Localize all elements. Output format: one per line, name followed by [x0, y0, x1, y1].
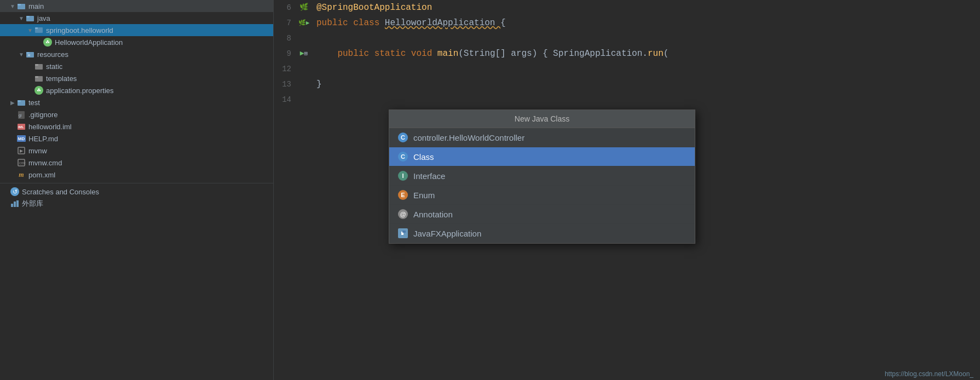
folder-icon [34, 61, 44, 71]
code-line-7: 7 🌿▶ public class HelloworldApplication … [274, 15, 980, 31]
separator [0, 183, 273, 183]
sidebar-label-scratches: Scratches and Consoles [22, 188, 99, 196]
run-icon-line9[interactable]: ▶ [300, 46, 304, 61]
new-java-class-popup: New Java Class C controller.HelloWorldCo… [389, 110, 695, 244]
sidebar-label-templates: templates [46, 74, 77, 83]
sidebar-label-application-properties: application.properties [46, 87, 114, 95]
bean-run-icon[interactable]: 🌿 [299, 0, 308, 15]
code-line-14: 14 [274, 92, 980, 107]
sidebar-item-extlib[interactable]: 外部库 [0, 198, 273, 210]
line-gutter-9: ▶ ⊞ [296, 46, 312, 61]
popup-item-annotation[interactable]: @ Annotation [389, 205, 695, 224]
keyword-public: public [316, 18, 353, 28]
spacer [26, 87, 34, 94]
spacer [2, 188, 10, 195]
popup-i-icon: I [398, 171, 408, 181]
sidebar-label-static: static [46, 62, 62, 71]
popup-item-enum[interactable]: E Enum [389, 186, 695, 205]
gitignore-icon: gi [16, 110, 26, 119]
sidebar-item-templates[interactable]: templates [0, 72, 273, 84]
sidebar-label-resources: resources [37, 50, 68, 59]
popup-item-javafx[interactable]: JavaFXApplication [389, 224, 695, 243]
scratches-icon: ↺ [10, 187, 20, 197]
popup-at-icon: @ [398, 209, 408, 219]
popup-item-class[interactable]: C Class [389, 147, 695, 166]
sidebar-item-static[interactable]: static [0, 60, 273, 72]
sidebar-item-application-properties[interactable]: ☘ application.properties [0, 84, 273, 96]
spacer [26, 62, 34, 70]
sidebar-item-java[interactable]: java [0, 12, 273, 24]
svg-rect-24 [14, 201, 16, 207]
sidebar-item-mvnw[interactable]: ▶ mvnw [0, 145, 273, 157]
sidebar-label-springboot-helloworld: springboot.helloworld [46, 26, 113, 34]
resources-folder-icon: R [25, 49, 35, 59]
svg-rect-1 [18, 4, 21, 5]
sidebar-item-resources[interactable]: R resources [0, 48, 273, 60]
sidebar-item-main[interactable]: main [0, 0, 273, 12]
sidebar-label-mvnw: mvnw [28, 147, 47, 155]
popup-fx-icon [398, 228, 408, 238]
keyword-class: class [353, 18, 385, 28]
svg-rect-10 [35, 64, 38, 66]
line-code-13: } [312, 77, 322, 92]
editor-area: 6 🌿 @SpringBootApplication 7 🌿▶ public c… [274, 0, 980, 380]
sidebar-item-pom-xml[interactable]: m pom.xml [0, 169, 273, 181]
sidebar-item-gitignore[interactable]: gi .gitignore [0, 108, 273, 120]
sidebar-item-test[interactable]: test [0, 96, 273, 108]
spacer [9, 123, 16, 130]
sidebar-item-helloworld-iml[interactable]: IML helloworld.iml [0, 120, 273, 133]
line-number-8: 8 [274, 31, 296, 46]
line-code-7: public class HelloworldApplication { [312, 15, 506, 31]
folder-icon [16, 1, 26, 11]
sidebar-item-springboot-helloworld[interactable]: springboot.helloworld [0, 24, 273, 36]
popup-item-interface[interactable]: I Interface [389, 166, 695, 186]
popup-item-label-annotation: Annotation [413, 210, 453, 219]
popup-title: New Java Class [389, 110, 695, 128]
spacer [9, 159, 16, 166]
sidebar-item-helloworld-application[interactable]: ☘ HelloworldApplication [0, 36, 273, 48]
svg-rect-3 [26, 16, 30, 18]
brace-close: } [316, 79, 322, 89]
iml-icon: IML [16, 122, 26, 131]
brace-open-2: ( [664, 49, 669, 59]
arrow-icon [26, 26, 34, 34]
line-number-6: 6 [274, 0, 296, 15]
method-run: run [648, 49, 664, 59]
popup-c-icon: C [398, 133, 408, 142]
spacer [9, 147, 16, 154]
folder-icon [25, 13, 35, 23]
popup-item-label-javafx: JavaFXApplication [413, 229, 481, 238]
spacer [9, 111, 16, 118]
line-number-9: 9 [274, 46, 296, 61]
expand-icon-line9[interactable]: ⊞ [304, 46, 308, 61]
sidebar-label-gitignore: .gitignore [28, 111, 57, 119]
run-debug-icons[interactable]: 🌿▶ [298, 15, 310, 31]
sidebar-label-test: test [28, 99, 40, 107]
method-params: (String[] args) { SpringApplication. [458, 49, 648, 59]
sidebar-item-mvnw-cmd[interactable]: cmd mvnw.cmd [0, 157, 273, 169]
svg-text:▶: ▶ [20, 148, 24, 153]
sidebar-item-help-md[interactable]: MD HELP.md [0, 133, 273, 145]
spacer [2, 200, 10, 208]
svg-text:cmd: cmd [19, 161, 26, 165]
annotation-text: @SpringBootApplication [316, 3, 432, 13]
sidebar-label-pom-xml: pom.xml [28, 171, 55, 179]
popup-item-controller[interactable]: C controller.HelloWorldController [389, 128, 695, 147]
extlib-icon [10, 199, 20, 209]
method-main: main [437, 49, 458, 59]
sidebar-item-scratches[interactable]: ↺ Scratches and Consoles [0, 186, 273, 198]
spacer [35, 38, 43, 46]
line-number-12: 12 [274, 61, 296, 77]
md-icon: MD [16, 134, 26, 143]
svg-rect-25 [16, 200, 19, 207]
popup-c-icon-class: C [398, 152, 408, 162]
spacer [9, 135, 16, 142]
popup-item-label-controller: controller.HelloWorldController [413, 133, 524, 142]
line-code-6: @SpringBootApplication [312, 0, 432, 15]
line-number-14: 14 [274, 92, 296, 107]
sidebar-label-extlib: 外部库 [22, 199, 43, 209]
line-number-7: 7 [274, 15, 296, 31]
code-line-9: 9 ▶ ⊞ public static void main(String[] a… [274, 46, 980, 61]
sidebar-label-mvnw-cmd: mvnw.cmd [28, 159, 62, 167]
sidebar: main java springboot.helloworld ☘ Hellow… [0, 0, 274, 380]
